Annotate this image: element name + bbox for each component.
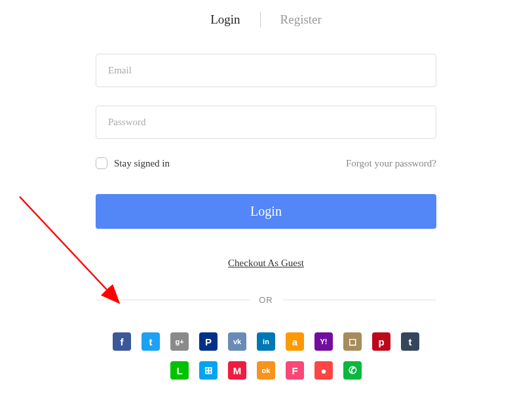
forgot-password-link[interactable]: Forgot your password? — [346, 158, 436, 169]
social-login-grid: ftg+PvkinaY!◻ptL⊞MokF●✆ — [109, 332, 423, 380]
social-line-button[interactable]: L — [170, 361, 189, 380]
social-google-plus-button[interactable]: g+ — [170, 332, 189, 351]
social-instagram-button[interactable]: ◻ — [343, 332, 362, 351]
social-tumblr-button[interactable]: t — [401, 332, 419, 351]
divider-line — [282, 300, 436, 300]
tab-register[interactable]: Register — [280, 12, 322, 27]
tab-login[interactable]: Login — [210, 12, 240, 27]
social-meetup-button[interactable]: M — [228, 361, 246, 380]
stay-signed-in-checkbox[interactable] — [96, 157, 107, 169]
social-pinterest-button[interactable]: p — [372, 332, 390, 351]
social-wechat-button[interactable]: ✆ — [343, 361, 362, 380]
guest-checkout-link[interactable]: Checkout As Guest — [96, 258, 436, 269]
social-qq-button[interactable]: ● — [314, 361, 333, 380]
or-divider: OR — [96, 295, 436, 305]
social-windows-button[interactable]: ⊞ — [199, 361, 218, 380]
social-foursquare-button[interactable]: F — [286, 361, 304, 380]
password-field[interactable] — [96, 106, 436, 139]
social-facebook-button[interactable]: f — [113, 332, 131, 351]
social-vk-button[interactable]: vk — [228, 332, 246, 351]
or-text: OR — [259, 295, 273, 305]
email-field[interactable] — [96, 54, 436, 87]
login-button[interactable]: Login — [96, 194, 436, 229]
stay-signed-in-label: Stay signed in — [114, 158, 170, 169]
social-twitter-button[interactable]: t — [142, 332, 160, 351]
tab-divider — [260, 12, 261, 28]
social-yahoo-button[interactable]: Y! — [314, 332, 333, 351]
options-row: Stay signed in Forgot your password? — [96, 157, 436, 169]
social-paypal-button[interactable]: P — [199, 332, 218, 351]
social-linkedin-button[interactable]: in — [257, 332, 275, 351]
divider-line — [96, 300, 250, 300]
social-amazon-button[interactable]: a — [286, 332, 304, 351]
auth-tabs: Login Register — [96, 12, 436, 28]
stay-signed-in-wrap: Stay signed in — [96, 157, 170, 169]
social-odnoklassniki-button[interactable]: ok — [257, 361, 275, 380]
